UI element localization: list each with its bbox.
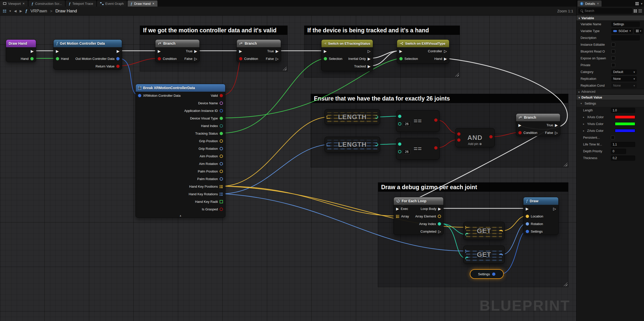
- node-and[interactable]: AND Add pin: [455, 128, 495, 147]
- node-settings-variable[interactable]: Settings: [470, 269, 504, 279]
- persistent-checkbox[interactable]: [611, 136, 615, 139]
- section-default-value[interactable]: Default Value: [577, 94, 644, 100]
- xaxis-color-swatch[interactable]: [615, 115, 635, 119]
- node-equal-1[interactable]: == 26: [396, 110, 440, 132]
- device-visual-type-out-pin[interactable]: [220, 117, 223, 120]
- graph-canvas[interactable]: If we got the motion controller data and…: [0, 0, 576, 321]
- b-in-pin[interactable]: [398, 150, 401, 153]
- a-in-pin[interactable]: [398, 142, 401, 146]
- node-draw-hand-entry[interactable]: Draw Hand Hand: [6, 39, 36, 62]
- property-group-row[interactable]: Settings: [577, 100, 644, 107]
- palm-rotation-out-pin[interactable]: [220, 177, 223, 181]
- hand-out-pin[interactable]: [30, 57, 34, 60]
- not-tracked-out-pin[interactable]: [367, 49, 371, 53]
- node-branch-2[interactable]: Branch True Condition False: [237, 39, 281, 62]
- result-out-pin[interactable]: [434, 118, 438, 122]
- array-in-pin[interactable]: [327, 143, 330, 146]
- section-variable[interactable]: Variable: [577, 15, 644, 21]
- element-out-pin[interactable]: [499, 253, 503, 257]
- exec-in-pin[interactable]: [399, 49, 402, 53]
- array-element-out-pin[interactable]: [438, 215, 441, 218]
- settings-in-pin[interactable]: [526, 230, 529, 233]
- b-in-pin[interactable]: [457, 138, 461, 142]
- node-branch-1[interactable]: Branch True Condition False: [155, 39, 200, 62]
- tab-viewport[interactable]: Viewport: [0, 1, 28, 7]
- thickness-input[interactable]: [611, 156, 635, 161]
- exec-out-pin[interactable]: [31, 49, 34, 53]
- chevron-right-icon[interactable]: [583, 122, 586, 125]
- false-out-pin[interactable]: [194, 57, 197, 61]
- layout-icon[interactable]: [635, 2, 639, 5]
- yaxis-color-swatch[interactable]: [615, 122, 635, 126]
- variable-type-dropdown[interactable]: SGDet: [611, 29, 633, 34]
- exec-out-pin[interactable]: [117, 49, 120, 53]
- collapse-chevron-icon[interactable]: [180, 214, 181, 217]
- chevron-down-icon[interactable]: [641, 2, 642, 6]
- completed-out-pin[interactable]: [438, 230, 441, 233]
- description-input[interactable]: [611, 35, 640, 40]
- false-out-pin[interactable]: [555, 131, 558, 135]
- close-icon[interactable]: [22, 2, 25, 6]
- device-name-out-pin[interactable]: [220, 102, 223, 105]
- condition-pin[interactable]: [158, 57, 161, 60]
- out-data-pin[interactable]: [116, 57, 120, 60]
- true-out-pin[interactable]: [194, 49, 197, 53]
- instance-editable-checkbox[interactable]: [611, 43, 615, 46]
- selection-pin[interactable]: [399, 57, 403, 60]
- valid-out-pin[interactable]: [220, 94, 223, 97]
- replication-dropdown[interactable]: None: [611, 76, 637, 81]
- palm-position-out-pin[interactable]: [220, 170, 223, 173]
- true-out-pin[interactable]: [275, 49, 279, 53]
- chevron-down-icon[interactable]: [9, 9, 11, 13]
- loop-body-out-pin[interactable]: [438, 207, 441, 211]
- filter-settings-icon[interactable]: [638, 9, 642, 12]
- result-out-pin[interactable]: [489, 135, 493, 138]
- forward-button[interactable]: [20, 9, 22, 13]
- node-length-rotations[interactable]: LENGTH: [325, 137, 380, 152]
- b-value-field[interactable]: 26: [403, 121, 410, 126]
- node-draw[interactable]: Draw Location Rotation Settings: [523, 197, 559, 235]
- zaxis-color-swatch[interactable]: [615, 129, 635, 132]
- node-get-motion-controller-data[interactable]: Get Motion Controller Data Hand Out Moti…: [53, 39, 122, 70]
- breadcrumb-root[interactable]: VRPawn: [30, 9, 47, 14]
- chevron-right-icon[interactable]: [583, 129, 586, 132]
- lifetime-input[interactable]: [611, 142, 635, 147]
- tab-event-graph[interactable]: Event Graph: [97, 1, 127, 7]
- tracked-out-pin[interactable]: [367, 64, 371, 68]
- b-in-pin[interactable]: [398, 122, 401, 126]
- controller-out-pin[interactable]: [444, 49, 447, 53]
- hand-key-rotations-out-pin[interactable]: [220, 192, 223, 196]
- search-box[interactable]: [579, 8, 632, 14]
- is-grasped-out-pin[interactable]: [220, 208, 223, 211]
- node-switch-tracking-status[interactable]: Switch on ETrackingStatus Selection Iner…: [321, 39, 373, 71]
- blueprint-read-only-checkbox[interactable]: [611, 50, 615, 53]
- tracking-status-out-pin[interactable]: [220, 132, 223, 135]
- true-out-pin[interactable]: [555, 123, 558, 127]
- exec-in-pin[interactable]: [396, 207, 399, 211]
- node-equal-2[interactable]: == 26: [396, 138, 440, 160]
- aim-position-out-pin[interactable]: [220, 155, 223, 158]
- category-dropdown[interactable]: Default: [611, 69, 637, 75]
- graph-actions-icon[interactable]: [3, 9, 6, 13]
- selection-pin[interactable]: [324, 57, 327, 60]
- application-instance-id-out-pin[interactable]: [220, 109, 223, 112]
- back-button[interactable]: [14, 9, 17, 13]
- tab-details[interactable]: Details: [578, 1, 602, 7]
- aim-rotation-out-pin[interactable]: [220, 162, 223, 165]
- tab-draw-hand[interactable]: Draw Hand: [128, 1, 158, 7]
- view-options-icon[interactable]: [634, 9, 637, 13]
- settings-out-pin[interactable]: [492, 273, 495, 276]
- hand-index-out-pin[interactable]: [220, 124, 223, 128]
- index-in-pin[interactable]: [465, 257, 469, 260]
- exec-in-pin[interactable]: [518, 123, 521, 127]
- node-get-position[interactable]: GET: [463, 222, 505, 240]
- array-in-pin[interactable]: [465, 250, 469, 253]
- array-in-pin[interactable]: [396, 215, 399, 218]
- close-icon[interactable]: [597, 2, 599, 6]
- condition-pin[interactable]: [518, 131, 522, 134]
- struct-in-pin[interactable]: [138, 94, 141, 97]
- exec-out-pin[interactable]: [553, 207, 556, 211]
- node-length-positions[interactable]: LENGTH: [325, 109, 380, 125]
- tab-teleport-trace[interactable]: Teleport Trace: [66, 1, 97, 7]
- element-out-pin[interactable]: [499, 229, 503, 233]
